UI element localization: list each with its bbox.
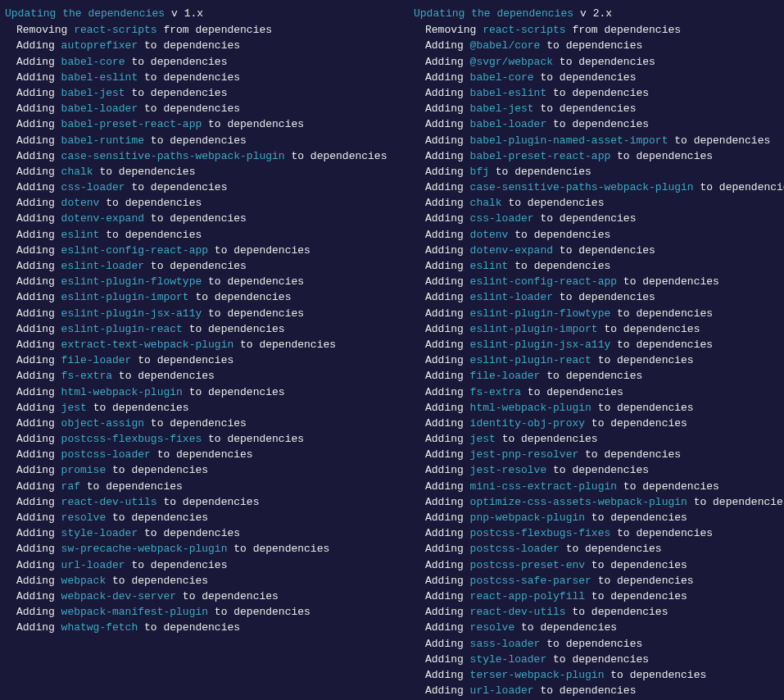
log-line: Adding jest-pnp-resolver to dependencies — [414, 448, 784, 462]
log-package: chalk — [470, 197, 502, 209]
log-package: react-dev-utils — [470, 606, 566, 618]
log-line: Adding html-webpack-plugin to dependenci… — [414, 401, 784, 416]
log-package: jest — [470, 433, 496, 445]
log-line: Adding webpack-manifest-plugin to depend… — [5, 605, 414, 620]
header-v2: Updating the dependencies v 2.x — [414, 7, 784, 21]
log-line: Adding babel-loader to dependencies — [5, 102, 414, 116]
log-package: extract-text-webpack-plugin — [61, 339, 234, 351]
log-suffix: to dependencies — [560, 543, 662, 555]
log-line: Adding babel-preset-react-app to depende… — [5, 117, 414, 132]
log-line: Adding resolve to dependencies — [414, 620, 784, 635]
log-verb: Adding — [16, 433, 61, 445]
log-package: postcss-safe-parser — [470, 575, 591, 587]
log-package: babel-preset-react-app — [61, 118, 202, 130]
log-verb: Adding — [16, 275, 61, 288]
log-package: eslint — [61, 229, 100, 241]
log-suffix: to dependencies — [233, 339, 336, 351]
log-package: fs-extra — [470, 386, 521, 398]
log-verb: Adding — [16, 229, 61, 241]
header-text-v2: Updating the dependencies — [414, 7, 573, 21]
log-suffix: to dependencies — [591, 354, 694, 366]
log-package: mini-css-extract-plugin — [470, 480, 617, 493]
log-package: eslint-plugin-jsx-a11y — [470, 339, 611, 351]
log-verb: Adding — [16, 260, 61, 272]
log-line: Adding eslint-plugin-jsx-a11y to depende… — [5, 307, 414, 321]
log-package: babel-loader — [61, 102, 138, 115]
log-package: postcss-preset-env — [470, 559, 585, 571]
log-verb: Adding — [425, 590, 470, 602]
log-package: babel-core — [470, 71, 534, 84]
log-package: babel-eslint — [61, 71, 138, 84]
column-v2: Updating the dependencies v 2.x Removing… — [414, 7, 784, 700]
log-line: Adding eslint-loader to dependencies — [5, 259, 414, 274]
log-verb: Adding — [425, 448, 470, 461]
log-verb: Adding — [425, 166, 470, 178]
log-verb: Adding — [16, 511, 61, 524]
log-package: sass-loader — [470, 638, 541, 650]
log-line: Adding object-assign to dependencies — [5, 416, 414, 431]
log-package: whatwg-fetch — [61, 621, 138, 634]
log-verb: Adding — [16, 87, 61, 99]
log-verb: Adding — [425, 606, 470, 618]
log-suffix: to dependencies — [208, 244, 310, 257]
log-package: pnp-webpack-plugin — [470, 511, 585, 524]
log-package: react-scripts — [74, 24, 156, 36]
log-line: Adding url-loader to dependencies — [5, 558, 414, 573]
log-package: react-app-polyfill — [470, 590, 585, 602]
log-suffix: to dependencies — [151, 448, 253, 461]
log-package: chalk — [61, 166, 93, 178]
log-line: Adding css-loader to dependencies — [414, 211, 784, 226]
log-line: Adding file-loader to dependencies — [414, 369, 784, 384]
log-package: babel-jest — [470, 102, 534, 115]
log-verb: Adding — [16, 56, 61, 68]
log-suffix: to dependencies — [138, 71, 240, 84]
log-line: Adding postcss-loader to dependencies — [5, 448, 414, 462]
log-verb: Adding — [425, 87, 470, 99]
log-suffix: to dependencies — [610, 307, 713, 320]
log-line: Adding webpack to dependencies — [5, 574, 414, 589]
log-verb: Adding — [425, 480, 470, 493]
log-package: style-loader — [470, 653, 547, 666]
log-suffix: to dependencies — [687, 496, 784, 508]
log-verb: Adding — [425, 197, 470, 209]
log-verb: Adding — [16, 212, 61, 225]
log-suffix: to dependencies — [546, 464, 649, 476]
log-package: dotenv — [470, 229, 509, 241]
log-suffix: to dependencies — [144, 260, 247, 272]
log-verb: Adding — [16, 118, 61, 130]
log-line: Adding chalk to dependencies — [5, 165, 414, 180]
log-verb: Adding — [425, 638, 470, 650]
log-package: resolve — [61, 511, 106, 524]
log-verb: Adding — [425, 307, 470, 320]
log-line: Adding case-sensitive-paths-webpack-plug… — [5, 149, 414, 164]
log-suffix: to dependencies — [138, 527, 240, 539]
log-package: eslint-plugin-import — [470, 323, 598, 335]
log-package: eslint-plugin-flowtype — [470, 307, 611, 320]
log-package: fs-extra — [61, 370, 112, 382]
log-package: bfj — [470, 166, 489, 178]
column-v1: Updating the dependencies v 1.x Removing… — [0, 7, 414, 700]
log-line: Adding style-loader to dependencies — [414, 652, 784, 667]
log-line: Adding resolve to dependencies — [5, 511, 414, 525]
log-package: eslint-loader — [61, 260, 144, 272]
log-line: Adding dotenv to dependencies — [5, 196, 414, 211]
log-suffix: to dependencies — [514, 621, 617, 634]
log-suffix: to dependencies — [610, 339, 713, 351]
log-verb: Adding — [425, 433, 470, 445]
log-line: Adding eslint-plugin-react to dependenci… — [5, 322, 414, 337]
log-package: html-webpack-plugin — [61, 386, 183, 398]
log-verb: Adding — [425, 134, 470, 147]
log-package: eslint-plugin-jsx-a11y — [61, 307, 202, 320]
log-suffix: to dependencies — [566, 606, 668, 618]
log-verb: Adding — [425, 118, 470, 130]
log-line: Adding bfj to dependencies — [414, 165, 784, 180]
log-package: babel-runtime — [61, 134, 144, 147]
log-line: Adding babel-core to dependencies — [5, 55, 414, 70]
log-line: Adding react-dev-utils to dependencies — [414, 605, 784, 620]
log-package: babel-core — [61, 56, 125, 68]
log-verb: Adding — [16, 307, 61, 320]
log-line: Adding eslint-plugin-flowtype to depende… — [414, 307, 784, 321]
log-suffix: to dependencies — [138, 39, 240, 52]
log-suffix: to dependencies — [125, 559, 228, 571]
log-suffix: to dependencies — [138, 621, 240, 634]
